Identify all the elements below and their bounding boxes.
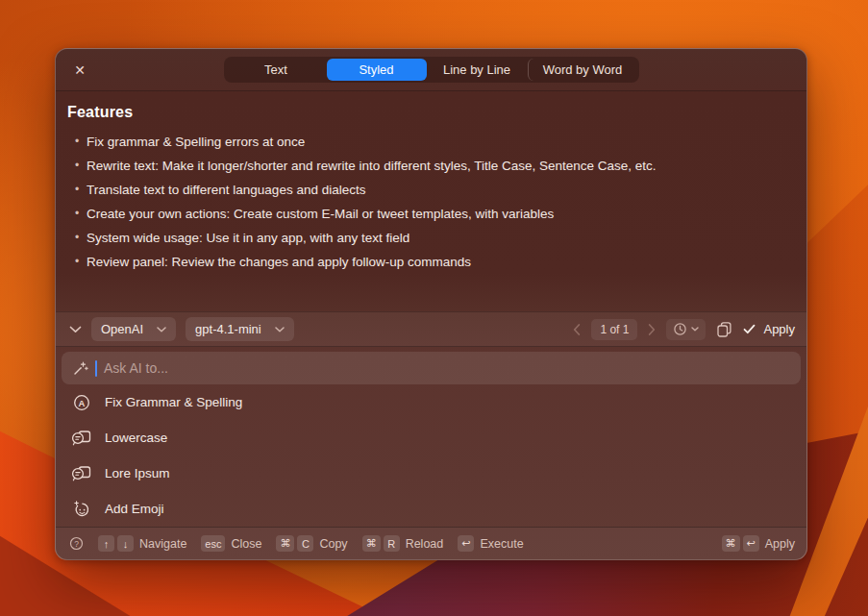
model-dropdown[interactable]: gpt-4.1-mini bbox=[186, 317, 294, 341]
copy-icon bbox=[716, 321, 732, 338]
close-icon: ✕ bbox=[74, 62, 86, 78]
chevron-down-icon bbox=[691, 327, 699, 332]
shortcut-execute: ↩ Execute bbox=[458, 535, 523, 552]
tab-text[interactable]: Text bbox=[226, 59, 327, 81]
chevron-down-icon bbox=[157, 327, 166, 333]
shortcut-bar: ? ↑ ↓ Navigate esc Close ⌘ C Copy ⌘ bbox=[56, 527, 806, 559]
keycap-esc: esc bbox=[201, 535, 225, 552]
chevron-down-icon bbox=[69, 326, 82, 333]
keycap-return: ↩ bbox=[743, 535, 759, 552]
chevron-right-icon bbox=[648, 324, 656, 335]
prompt-row: Ask AI to... bbox=[56, 347, 806, 384]
feature-item: •System wide usage: Use it in any app, w… bbox=[67, 226, 795, 250]
model-toolbar: OpenAI gpt-4.1-mini 1 of 1 bbox=[56, 311, 806, 347]
toolbar-right: 1 of 1 bbox=[573, 319, 795, 340]
view-mode-segmented-control: Text Styled Line by Line Word by Word bbox=[224, 57, 639, 83]
bullet-icon: • bbox=[75, 154, 87, 178]
text-cursor bbox=[95, 360, 97, 377]
action-lore-ipsum[interactable]: Lore Ipsum bbox=[56, 456, 806, 491]
keycap-command: ⌘ bbox=[362, 535, 381, 552]
bullet-icon: • bbox=[75, 250, 87, 274]
history-dropdown[interactable] bbox=[666, 319, 706, 340]
keycap-command: ⌘ bbox=[276, 535, 294, 552]
feature-item: •Fix grammar & Spelling errors at once bbox=[67, 130, 795, 154]
help-button[interactable]: ? bbox=[69, 536, 84, 551]
bullet-icon: • bbox=[75, 130, 87, 154]
features-section: Features •Fix grammar & Spelling errors … bbox=[56, 91, 806, 311]
shortcut-navigate: ↑ ↓ Navigate bbox=[98, 535, 186, 552]
bullet-icon: • bbox=[75, 178, 87, 202]
previous-result-button[interactable] bbox=[573, 324, 581, 335]
history-clock-icon bbox=[673, 322, 687, 336]
apply-button[interactable]: Apply bbox=[743, 322, 795, 336]
bullet-icon: • bbox=[75, 226, 87, 250]
action-add-emoji[interactable]: Add Emoji bbox=[56, 491, 806, 527]
action-lowercase[interactable]: Lowercase bbox=[56, 420, 806, 456]
svg-text:A: A bbox=[79, 397, 86, 407]
copy-result-button[interactable] bbox=[716, 321, 732, 338]
ask-ai-input[interactable]: Ask AI to... bbox=[62, 352, 801, 384]
feature-item: •Translate text to different languages a… bbox=[67, 178, 795, 202]
tab-styled[interactable]: Styled bbox=[327, 59, 427, 81]
action-fix-grammar[interactable]: A Fix Grammar & Spelling bbox=[56, 384, 806, 420]
page-indicator: 1 of 1 bbox=[591, 319, 637, 340]
collapse-button[interactable] bbox=[69, 326, 82, 333]
chevron-down-icon bbox=[275, 327, 285, 333]
features-title: Features bbox=[67, 104, 795, 121]
keycap-c: C bbox=[297, 535, 313, 552]
grammar-check-icon: A bbox=[71, 392, 92, 413]
ai-command-panel: ✕ Text Styled Line by Line Word by Word … bbox=[55, 48, 807, 560]
shortcut-copy: ⌘ C Copy bbox=[276, 535, 347, 552]
features-list: •Fix grammar & Spelling errors at once •… bbox=[67, 130, 795, 274]
input-placeholder: Ask AI to... bbox=[104, 360, 168, 376]
text-bubble-icon bbox=[71, 463, 92, 484]
question-circle-icon: ? bbox=[69, 536, 84, 551]
check-icon bbox=[743, 324, 756, 334]
keycap-arrow-up: ↑ bbox=[98, 535, 114, 552]
shortcut-close: esc Close bbox=[201, 535, 261, 552]
tab-line-by-line[interactable]: Line by Line bbox=[427, 59, 528, 81]
action-list: A Fix Grammar & Spelling Lowercase Lore … bbox=[56, 384, 806, 527]
keycap-command: ⌘ bbox=[722, 535, 740, 552]
keycap-r: R bbox=[384, 535, 400, 552]
feature-item: •Rewrite text: Make it longer/shorter an… bbox=[67, 154, 795, 178]
tab-word-by-word[interactable]: Word by Word bbox=[528, 59, 637, 81]
chevron-left-icon bbox=[573, 324, 581, 335]
keycap-return: ↩ bbox=[458, 535, 474, 552]
feature-item: •Review panel: Review the changes and ap… bbox=[67, 250, 795, 274]
text-bubble-icon bbox=[71, 428, 92, 449]
bullet-icon: • bbox=[75, 202, 87, 226]
next-result-button[interactable] bbox=[648, 324, 656, 335]
emoji-sparkle-icon bbox=[71, 499, 92, 520]
close-button[interactable]: ✕ bbox=[67, 49, 92, 91]
shortcut-apply: ⌘ ↩ Apply bbox=[722, 535, 796, 552]
shortcut-reload: ⌘ R Reload bbox=[362, 535, 444, 552]
svg-text:?: ? bbox=[74, 539, 79, 549]
keycap-arrow-down: ↓ bbox=[117, 535, 134, 552]
provider-dropdown[interactable]: OpenAI bbox=[91, 317, 176, 341]
feature-item: •Create your own actions: Create custom … bbox=[67, 202, 795, 226]
magic-wand-icon bbox=[72, 360, 88, 377]
title-bar: ✕ Text Styled Line by Line Word by Word bbox=[56, 49, 806, 91]
